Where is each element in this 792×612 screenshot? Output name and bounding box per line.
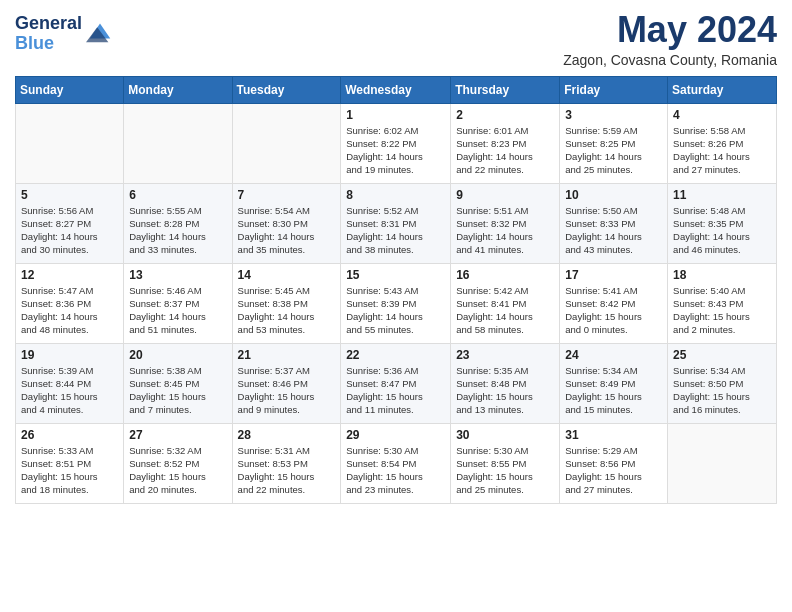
day-info: Sunrise: 5:54 AM Sunset: 8:30 PM Dayligh… [238, 204, 336, 257]
calendar-cell: 13Sunrise: 5:46 AM Sunset: 8:37 PM Dayli… [124, 263, 232, 343]
day-info: Sunrise: 5:43 AM Sunset: 8:39 PM Dayligh… [346, 284, 445, 337]
calendar-cell: 29Sunrise: 5:30 AM Sunset: 8:54 PM Dayli… [341, 423, 451, 503]
day-info: Sunrise: 6:01 AM Sunset: 8:23 PM Dayligh… [456, 124, 554, 177]
calendar-cell: 30Sunrise: 5:30 AM Sunset: 8:55 PM Dayli… [451, 423, 560, 503]
calendar-cell: 24Sunrise: 5:34 AM Sunset: 8:49 PM Dayli… [560, 343, 668, 423]
day-info: Sunrise: 5:38 AM Sunset: 8:45 PM Dayligh… [129, 364, 226, 417]
week-row-4: 19Sunrise: 5:39 AM Sunset: 8:44 PM Dayli… [16, 343, 777, 423]
calendar-cell: 15Sunrise: 5:43 AM Sunset: 8:39 PM Dayli… [341, 263, 451, 343]
week-row-3: 12Sunrise: 5:47 AM Sunset: 8:36 PM Dayli… [16, 263, 777, 343]
calendar-cell: 7Sunrise: 5:54 AM Sunset: 8:30 PM Daylig… [232, 183, 341, 263]
day-info: Sunrise: 5:52 AM Sunset: 8:31 PM Dayligh… [346, 204, 445, 257]
weekday-header-sunday: Sunday [16, 76, 124, 103]
day-info: Sunrise: 5:46 AM Sunset: 8:37 PM Dayligh… [129, 284, 226, 337]
calendar-cell: 18Sunrise: 5:40 AM Sunset: 8:43 PM Dayli… [668, 263, 777, 343]
calendar-cell: 8Sunrise: 5:52 AM Sunset: 8:31 PM Daylig… [341, 183, 451, 263]
day-number: 27 [129, 428, 226, 442]
calendar-cell [124, 103, 232, 183]
day-info: Sunrise: 5:48 AM Sunset: 8:35 PM Dayligh… [673, 204, 771, 257]
month-title: May 2024 [563, 10, 777, 50]
day-info: Sunrise: 5:50 AM Sunset: 8:33 PM Dayligh… [565, 204, 662, 257]
day-number: 10 [565, 188, 662, 202]
day-number: 5 [21, 188, 118, 202]
weekday-header-tuesday: Tuesday [232, 76, 341, 103]
calendar-cell: 14Sunrise: 5:45 AM Sunset: 8:38 PM Dayli… [232, 263, 341, 343]
day-info: Sunrise: 5:31 AM Sunset: 8:53 PM Dayligh… [238, 444, 336, 497]
day-number: 2 [456, 108, 554, 122]
day-number: 19 [21, 348, 118, 362]
calendar-cell: 6Sunrise: 5:55 AM Sunset: 8:28 PM Daylig… [124, 183, 232, 263]
weekday-header-wednesday: Wednesday [341, 76, 451, 103]
calendar-cell: 23Sunrise: 5:35 AM Sunset: 8:48 PM Dayli… [451, 343, 560, 423]
day-number: 26 [21, 428, 118, 442]
day-info: Sunrise: 5:39 AM Sunset: 8:44 PM Dayligh… [21, 364, 118, 417]
day-info: Sunrise: 5:32 AM Sunset: 8:52 PM Dayligh… [129, 444, 226, 497]
calendar-cell: 16Sunrise: 5:42 AM Sunset: 8:41 PM Dayli… [451, 263, 560, 343]
day-number: 11 [673, 188, 771, 202]
calendar-cell: 25Sunrise: 5:34 AM Sunset: 8:50 PM Dayli… [668, 343, 777, 423]
day-number: 8 [346, 188, 445, 202]
page: General Blue May 2024 Zagon, Covasna Cou… [0, 0, 792, 519]
weekday-header-monday: Monday [124, 76, 232, 103]
calendar-cell: 11Sunrise: 5:48 AM Sunset: 8:35 PM Dayli… [668, 183, 777, 263]
day-number: 30 [456, 428, 554, 442]
day-info: Sunrise: 5:29 AM Sunset: 8:56 PM Dayligh… [565, 444, 662, 497]
calendar-cell: 22Sunrise: 5:36 AM Sunset: 8:47 PM Dayli… [341, 343, 451, 423]
day-info: Sunrise: 5:40 AM Sunset: 8:43 PM Dayligh… [673, 284, 771, 337]
day-info: Sunrise: 5:51 AM Sunset: 8:32 PM Dayligh… [456, 204, 554, 257]
day-number: 29 [346, 428, 445, 442]
day-info: Sunrise: 5:58 AM Sunset: 8:26 PM Dayligh… [673, 124, 771, 177]
day-number: 15 [346, 268, 445, 282]
calendar-cell: 10Sunrise: 5:50 AM Sunset: 8:33 PM Dayli… [560, 183, 668, 263]
day-number: 17 [565, 268, 662, 282]
day-number: 16 [456, 268, 554, 282]
calendar-cell: 26Sunrise: 5:33 AM Sunset: 8:51 PM Dayli… [16, 423, 124, 503]
calendar-cell: 21Sunrise: 5:37 AM Sunset: 8:46 PM Dayli… [232, 343, 341, 423]
day-info: Sunrise: 5:55 AM Sunset: 8:28 PM Dayligh… [129, 204, 226, 257]
day-info: Sunrise: 5:41 AM Sunset: 8:42 PM Dayligh… [565, 284, 662, 337]
day-info: Sunrise: 5:34 AM Sunset: 8:49 PM Dayligh… [565, 364, 662, 417]
day-number: 20 [129, 348, 226, 362]
day-number: 28 [238, 428, 336, 442]
calendar-cell: 5Sunrise: 5:56 AM Sunset: 8:27 PM Daylig… [16, 183, 124, 263]
day-number: 13 [129, 268, 226, 282]
day-info: Sunrise: 5:36 AM Sunset: 8:47 PM Dayligh… [346, 364, 445, 417]
day-info: Sunrise: 6:02 AM Sunset: 8:22 PM Dayligh… [346, 124, 445, 177]
day-number: 21 [238, 348, 336, 362]
day-number: 3 [565, 108, 662, 122]
calendar-cell [668, 423, 777, 503]
title-block: May 2024 Zagon, Covasna County, Romania [563, 10, 777, 68]
day-number: 23 [456, 348, 554, 362]
day-info: Sunrise: 5:30 AM Sunset: 8:54 PM Dayligh… [346, 444, 445, 497]
day-number: 1 [346, 108, 445, 122]
calendar-cell: 9Sunrise: 5:51 AM Sunset: 8:32 PM Daylig… [451, 183, 560, 263]
weekday-header-thursday: Thursday [451, 76, 560, 103]
day-info: Sunrise: 5:56 AM Sunset: 8:27 PM Dayligh… [21, 204, 118, 257]
day-info: Sunrise: 5:37 AM Sunset: 8:46 PM Dayligh… [238, 364, 336, 417]
calendar-cell: 20Sunrise: 5:38 AM Sunset: 8:45 PM Dayli… [124, 343, 232, 423]
calendar-cell: 4Sunrise: 5:58 AM Sunset: 8:26 PM Daylig… [668, 103, 777, 183]
day-number: 7 [238, 188, 336, 202]
day-number: 31 [565, 428, 662, 442]
calendar-cell: 27Sunrise: 5:32 AM Sunset: 8:52 PM Dayli… [124, 423, 232, 503]
day-info: Sunrise: 5:47 AM Sunset: 8:36 PM Dayligh… [21, 284, 118, 337]
weekday-header-friday: Friday [560, 76, 668, 103]
logo-text: General Blue [15, 14, 82, 54]
day-number: 24 [565, 348, 662, 362]
logo-line1: General [15, 14, 82, 34]
week-row-5: 26Sunrise: 5:33 AM Sunset: 8:51 PM Dayli… [16, 423, 777, 503]
day-number: 6 [129, 188, 226, 202]
day-info: Sunrise: 5:30 AM Sunset: 8:55 PM Dayligh… [456, 444, 554, 497]
location: Zagon, Covasna County, Romania [563, 52, 777, 68]
week-row-2: 5Sunrise: 5:56 AM Sunset: 8:27 PM Daylig… [16, 183, 777, 263]
calendar-cell: 19Sunrise: 5:39 AM Sunset: 8:44 PM Dayli… [16, 343, 124, 423]
header: General Blue May 2024 Zagon, Covasna Cou… [15, 10, 777, 68]
day-number: 12 [21, 268, 118, 282]
day-info: Sunrise: 5:59 AM Sunset: 8:25 PM Dayligh… [565, 124, 662, 177]
day-number: 4 [673, 108, 771, 122]
calendar-cell: 2Sunrise: 6:01 AM Sunset: 8:23 PM Daylig… [451, 103, 560, 183]
calendar-cell: 12Sunrise: 5:47 AM Sunset: 8:36 PM Dayli… [16, 263, 124, 343]
day-number: 9 [456, 188, 554, 202]
day-info: Sunrise: 5:33 AM Sunset: 8:51 PM Dayligh… [21, 444, 118, 497]
calendar-cell [16, 103, 124, 183]
